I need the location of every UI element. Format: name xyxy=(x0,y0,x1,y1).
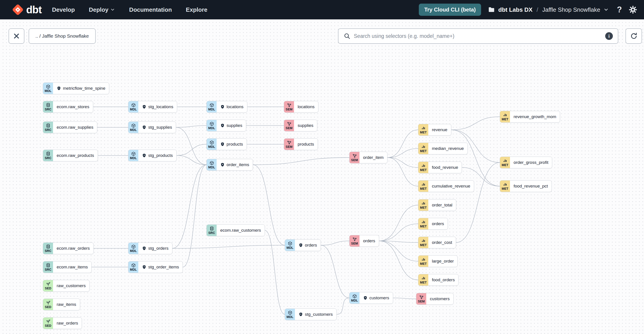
try-cloud-cli-button[interactable]: Try Cloud CLI (beta) xyxy=(419,3,481,16)
node-met-revenue[interactable]: METrevenue xyxy=(418,124,451,136)
node-name: order_items xyxy=(216,159,253,170)
sem-type-badge: SEM xyxy=(284,139,294,150)
node-name: stg_products xyxy=(138,150,176,161)
database-icon xyxy=(46,103,50,108)
node-met-order-gross-profit[interactable]: METorder_gross_profit xyxy=(500,157,552,168)
breadcrumb-label: .. / Jaffle Shop Snowflake xyxy=(36,33,89,39)
node-sem-locations[interactable]: SEMlocations xyxy=(284,101,318,113)
shield-icon xyxy=(298,312,303,317)
mdl-type-badge: MDL xyxy=(128,122,138,133)
edge xyxy=(379,241,418,261)
node-met-order-total[interactable]: METorder_total xyxy=(418,199,456,211)
node-type-label: SRC xyxy=(45,268,52,271)
edge xyxy=(393,298,416,299)
search-input[interactable] xyxy=(354,33,602,39)
node-src-ecom-raw-supplies[interactable]: SRCecom.raw_supplies xyxy=(43,122,97,133)
account-switcher[interactable]: dbt Labs DX / Jaffle Shop Snowflake xyxy=(488,6,609,13)
node-name: ecom.raw_products xyxy=(53,150,98,161)
node-type-label: MDL xyxy=(208,145,215,148)
edge xyxy=(321,245,349,298)
node-name: orders xyxy=(295,240,321,251)
node-met-revenue-growth-mom[interactable]: METrevenue_growth_mom xyxy=(500,111,560,123)
metric-icon xyxy=(421,201,426,206)
semantic-model-icon xyxy=(287,122,292,126)
cube-icon xyxy=(210,140,214,145)
node-mdl-orders[interactable]: MDLorders xyxy=(285,239,321,251)
chevron-down-icon xyxy=(604,7,609,12)
node-sem-products[interactable]: SEMproducts xyxy=(284,138,318,150)
node-name: food_orders xyxy=(428,274,458,286)
close-button[interactable] xyxy=(8,28,24,44)
node-met-order-cost[interactable]: METorder_cost xyxy=(418,237,456,248)
close-icon xyxy=(13,33,20,39)
node-src-ecom-raw-stores[interactable]: SRCecom.raw_stores xyxy=(43,101,93,113)
node-mdl-locations[interactable]: MDLlocations xyxy=(206,101,247,113)
info-icon[interactable]: i xyxy=(605,32,613,40)
node-mdl-products[interactable]: MDLproducts xyxy=(206,138,247,150)
node-src-ecom-raw-orders[interactable]: SRCecom.raw_orders xyxy=(43,242,94,254)
node-sem-supplies[interactable]: SEMsupplies xyxy=(284,120,317,131)
node-mdl-order-items[interactable]: MDLorder_items xyxy=(206,159,253,170)
gear-icon[interactable] xyxy=(629,5,637,14)
node-type-label: MDL xyxy=(45,89,52,92)
node-mdl-stg-customers[interactable]: MDLstg_customers xyxy=(285,309,337,320)
node-name: orders xyxy=(428,218,448,229)
node-sem-customers[interactable]: SEMcustomers xyxy=(416,293,454,305)
node-mdl-metricflow-time-spine[interactable]: MDLmetricflow_time_spine xyxy=(43,82,109,94)
shield-icon xyxy=(57,86,61,91)
help-icon[interactable]: ? xyxy=(617,5,622,14)
shield-icon xyxy=(220,105,225,109)
node-mdl-supplies[interactable]: MDLsupplies xyxy=(206,120,246,131)
semantic-model-icon xyxy=(419,295,424,300)
node-met-food-revenue[interactable]: METfood_revenue xyxy=(418,162,462,173)
node-type-label: SEM xyxy=(351,242,358,245)
node-sed-raw-customers[interactable]: SEDraw_customers xyxy=(43,280,90,292)
refresh-icon xyxy=(630,32,638,40)
metric-icon xyxy=(421,238,426,243)
node-met-food-orders[interactable]: METfood_orders xyxy=(418,274,458,286)
edge xyxy=(321,241,349,245)
node-name: stg_locations xyxy=(138,101,177,113)
refresh-button[interactable] xyxy=(626,28,642,44)
node-met-cumulative-revenue[interactable]: METcumulative_revenue xyxy=(418,180,474,192)
edge xyxy=(451,117,500,130)
seed-icon xyxy=(46,300,50,305)
node-met-orders[interactable]: METorders xyxy=(418,218,448,230)
navbar-right: Try Cloud CLI (beta) dbt Labs DX / Jaffl… xyxy=(419,3,637,16)
node-type-label: MDL xyxy=(130,249,137,252)
node-name: stg_orders xyxy=(138,243,172,254)
node-type-label: MET xyxy=(420,206,427,209)
lineage-canvas[interactable]: .. / Jaffle Shop Snowflake i MDLmetricfl… xyxy=(0,19,644,334)
metric-icon xyxy=(503,182,508,187)
metric-icon xyxy=(421,164,426,168)
node-sed-raw-orders[interactable]: SEDraw_orders xyxy=(43,317,82,329)
node-mdl-stg-supplies[interactable]: MDLstg_supplies xyxy=(128,122,176,133)
node-sem-orders[interactable]: SEMorders xyxy=(349,235,379,247)
node-met-food-revenue-pct[interactable]: METfood_revenue_pct xyxy=(500,180,552,192)
node-mdl-stg-orders[interactable]: MDLstg_orders xyxy=(128,242,172,254)
node-type-label: SEM xyxy=(286,126,292,130)
seed-icon xyxy=(46,282,50,287)
cube-icon xyxy=(46,84,50,89)
node-name: revenue xyxy=(428,124,451,136)
nav-item-deploy[interactable]: Deploy xyxy=(89,6,115,13)
node-src-ecom-raw-customers[interactable]: SRCecom.raw_customers xyxy=(206,224,265,236)
node-met-large-order[interactable]: METlarge_order xyxy=(418,255,458,267)
node-mdl-stg-locations[interactable]: MDLstg_locations xyxy=(128,101,177,113)
node-name: order_total xyxy=(428,199,456,211)
node-src-ecom-raw-products[interactable]: SRCecom.raw_products xyxy=(43,150,98,161)
node-met-median-revenue[interactable]: METmedian_revenue xyxy=(418,143,468,154)
node-mdl-stg-order-items[interactable]: MDLstg_order_items xyxy=(128,261,183,273)
breadcrumb[interactable]: .. / Jaffle Shop Snowflake xyxy=(29,28,96,44)
node-sed-raw-items[interactable]: SEDraw_items xyxy=(43,299,80,310)
dbt-logo[interactable]: dbt xyxy=(12,3,42,16)
nav-item-develop[interactable]: Develop xyxy=(52,6,75,13)
nav-item-documentation[interactable]: Documentation xyxy=(129,6,172,13)
cube-icon xyxy=(131,103,136,108)
metric-icon xyxy=(421,276,426,281)
node-mdl-stg-products[interactable]: MDLstg_products xyxy=(128,150,177,161)
node-mdl-customers[interactable]: MDLcustomers xyxy=(349,292,393,304)
nav-item-explore[interactable]: Explore xyxy=(186,6,207,13)
node-src-ecom-raw-items[interactable]: SRCecom.raw_items xyxy=(43,261,92,273)
node-sem-order-item[interactable]: SEMorder_item xyxy=(349,152,388,164)
